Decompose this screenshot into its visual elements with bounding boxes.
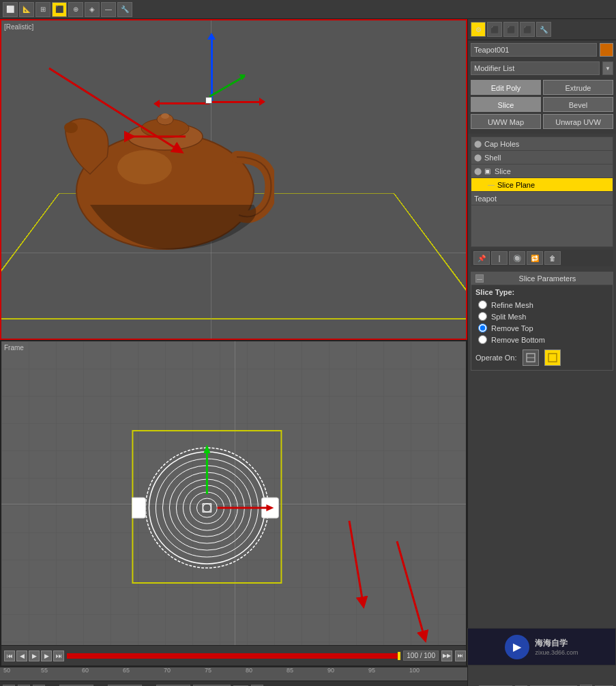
right-panel: ⚙ ⬛ ⬛ ⬛ 🔧 Modifier List ▼ Ed: [467, 19, 616, 686]
pin-stack-btn[interactable]: 📌: [473, 251, 490, 265]
panel-icon-modify[interactable]: ⚙: [471, 22, 486, 37]
watermark-text: 海海自学 zixue.3d66.com: [535, 638, 578, 656]
unwrap-uvw-btn[interactable]: Unwrap UVW: [543, 114, 613, 129]
tick-80: 80: [246, 667, 252, 674]
radio-remove-top: Remove Top: [471, 322, 613, 334]
app-window: ⬜ 📐 ⊞ ⬛ ⊕ ◈ — 🔧 [Realistic]: [0, 0, 616, 686]
panel-icon-utilities[interactable]: 🔧: [536, 22, 551, 37]
toolbar-icon-3[interactable]: ⊞: [35, 2, 50, 17]
collapse-btn[interactable]: —: [475, 274, 484, 283]
panel-icon-hierarchy[interactable]: ⬛: [487, 22, 502, 37]
watermark-logo: ▶: [505, 635, 529, 659]
play-btn[interactable]: ▶: [29, 651, 40, 661]
btn-row-3: UWW Map Unwrap UVW: [471, 114, 613, 129]
operate-polys-btn[interactable]: [544, 349, 561, 366]
panel-icon-display[interactable]: ⬛: [520, 22, 535, 37]
modifier-list-dropdown[interactable]: Modifier List: [471, 61, 600, 75]
toolbar-icon-5[interactable]: ⊕: [68, 2, 83, 17]
object-color-swatch[interactable]: [600, 43, 613, 57]
toolbar-icon-8[interactable]: 🔧: [117, 2, 132, 17]
slice-btn[interactable]: Slice: [471, 97, 541, 112]
tick-70: 70: [164, 667, 171, 674]
panel-icon-motion[interactable]: ⬛: [503, 22, 518, 37]
end-btn[interactable]: ⏭: [455, 651, 466, 661]
dropdown-arrow-icon[interactable]: ▼: [602, 61, 613, 75]
toolbar-icon-7[interactable]: —: [101, 2, 116, 17]
next-frame-btn[interactable]: ▶: [41, 651, 52, 661]
tick-85: 85: [287, 667, 293, 674]
radio-remove-top-label: Remove Top: [491, 324, 533, 332]
stack-item-teapot[interactable]: Teapot: [471, 192, 613, 205]
btn-row-1: Edit Poly Extrude: [471, 80, 613, 95]
operate-on-row: Operate On:: [471, 345, 613, 370]
toolbar-icon-4[interactable]: ⬛: [52, 2, 67, 17]
cap-holes-label: Cap Holes: [484, 140, 610, 148]
svg-rect-34: [548, 354, 557, 362]
slice-params-header: — Slice Parameters: [471, 272, 613, 285]
radio-refine-mesh-label: Refine Mesh: [491, 301, 533, 309]
x-axis: [209, 101, 264, 103]
stack-item-slice[interactable]: ⬤ ▣ Slice: [471, 165, 613, 178]
object-name-area: [468, 40, 616, 59]
prev-frame-btn[interactable]: ◀: [16, 651, 27, 661]
make-unique-btn[interactable]: 🔁: [527, 251, 543, 265]
toolbar-icon-2[interactable]: 📐: [19, 2, 34, 17]
timeline-bar: ⏮ ◀ ▶ ▶ ⏭ 100 / 100 ▶▶ ⏭: [1, 645, 467, 666]
tick-55: 55: [41, 667, 48, 674]
red-arrow-left: [124, 130, 192, 145]
edit-poly-btn[interactable]: Edit Poly: [471, 80, 541, 95]
modifier-list-row: Modifier List ▼: [468, 59, 616, 77]
uvw-map-btn[interactable]: UWW Map: [471, 114, 541, 129]
toolbar-icon-6[interactable]: ◈: [85, 2, 100, 17]
radio-split-mesh-input[interactable]: [478, 312, 487, 321]
timeline-scrubber[interactable]: [398, 652, 400, 660]
red-arrow-annotation: [165, 75, 167, 77]
stack-item-shell[interactable]: ⬤ Shell: [471, 151, 613, 165]
svg-line-29: [349, 521, 363, 603]
tick-90: 90: [327, 667, 334, 674]
stack-item-slice-plane[interactable]: — Slice Plane: [471, 178, 613, 192]
radio-refine-mesh: Refine Mesh: [471, 299, 613, 311]
radio-remove-bottom: Remove Bottom: [471, 334, 613, 345]
bevel-btn[interactable]: Bevel: [543, 97, 613, 112]
viewport-3d-label: [Realistic]: [4, 23, 33, 31]
playback-controls: ⏮ ◀ ▶ ▶ ⏭: [4, 651, 64, 661]
stack-empty-space: [471, 205, 613, 246]
shell-icon: ⬤: [474, 154, 482, 161]
toolbar-icon-1[interactable]: ⬜: [3, 2, 18, 17]
tick-100: 100: [409, 667, 420, 674]
object-name-input[interactable]: [471, 43, 597, 57]
timeline-track[interactable]: [67, 653, 400, 659]
annotation-arrow-1: [336, 514, 390, 611]
modifier-stack: ⬤ Cap Holes ⬤ Shell ⬤ ▣ Slice — Slice Pl…: [471, 137, 613, 247]
watermark-site: zixue.3d66.com: [535, 649, 578, 656]
buttons-section: Edit Poly Extrude Slice Bevel UWW Map Un…: [468, 77, 616, 134]
top-toolbar: ⬜ 📐 ⊞ ⬛ ⊕ ◈ — 🔧: [0, 0, 616, 19]
ruler-numbers: 50 55 60 65 70 75 80 85 90 95 100: [0, 667, 467, 681]
teapot-label: Teapot: [474, 195, 610, 203]
slice-icon: ⬤: [474, 167, 482, 175]
z-axis: [211, 34, 213, 102]
svg-point-18: [196, 498, 217, 517]
cap-holes-icon: ⬤: [474, 140, 482, 147]
content-area: [Realistic]: [0, 19, 616, 667]
go-end-btn[interactable]: ⏭: [53, 651, 64, 661]
extrude-btn[interactable]: Extrude: [543, 80, 613, 95]
viewport-3d[interactable]: [Realistic]: [0, 19, 467, 340]
show-original-btn[interactable]: 🔘: [509, 251, 525, 265]
timeline-ruler: 50 55 60 65 70 75 80 85 90 95 100: [0, 667, 467, 681]
radio-remove-top-input[interactable]: [478, 324, 487, 332]
radio-remove-bottom-input[interactable]: [478, 335, 487, 344]
panel-icons: ⚙ ⬛ ⬛ ⬛ 🔧: [468, 19, 616, 40]
go-start-btn[interactable]: ⏮: [4, 651, 15, 661]
viewport-top-view[interactable]: Frame: [0, 340, 467, 667]
remove-modifier-btn[interactable]: 🗑: [544, 251, 561, 265]
show-result-btn[interactable]: |: [491, 251, 508, 265]
next-btn[interactable]: ▶▶: [441, 651, 452, 661]
operate-on-label: Operate On:: [475, 354, 517, 362]
stack-item-cap-holes[interactable]: ⬤ Cap Holes: [471, 137, 613, 151]
watermark-brand: 海海自学: [535, 638, 578, 649]
radio-refine-mesh-input[interactable]: [478, 300, 487, 309]
slice-label: Slice: [495, 167, 610, 175]
operate-faces-btn[interactable]: [523, 349, 539, 366]
